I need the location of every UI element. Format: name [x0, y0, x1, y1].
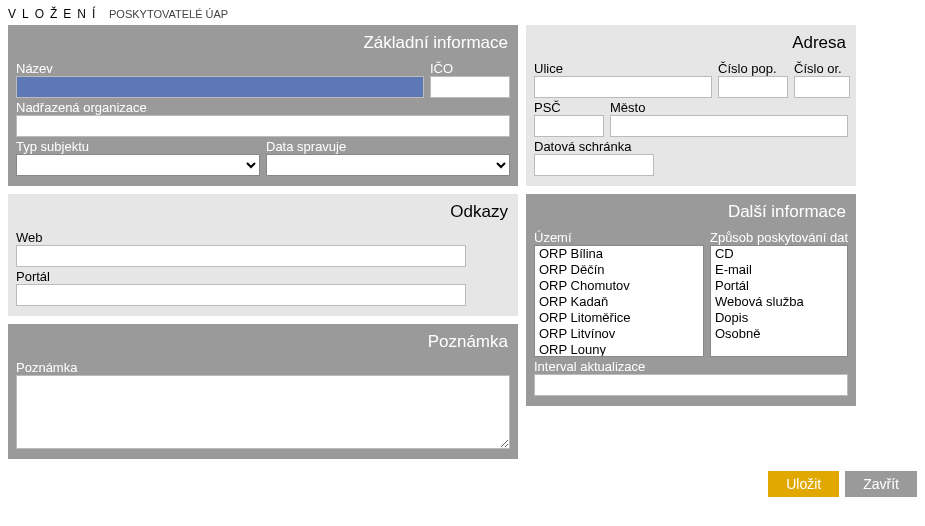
cor-label: Číslo or. [794, 59, 850, 76]
panel-dalsi: Další informace Území ORP BílinaORP Děčí… [526, 194, 856, 406]
list-item[interactable]: ORP Louny [535, 342, 703, 357]
uzemi-label: Území [534, 228, 704, 245]
interval-input[interactable] [534, 374, 848, 396]
list-item[interactable]: E-mail [711, 262, 847, 278]
nazev-input[interactable] [16, 76, 424, 98]
poznamka-textarea[interactable] [16, 375, 510, 449]
list-item[interactable]: ORP Děčín [535, 262, 703, 278]
web-input[interactable] [16, 245, 466, 267]
list-item[interactable]: ORP Kadaň [535, 294, 703, 310]
list-item[interactable]: ORP Bílina [535, 246, 703, 262]
panel-poznamka-title: Poznámka [16, 328, 510, 358]
psc-input[interactable] [534, 115, 604, 137]
uzemi-listbox[interactable]: ORP BílinaORP DěčínORP ChomutovORP Kadaň… [534, 245, 704, 357]
poznamka-label: Poznámka [16, 358, 510, 375]
header-subtitle: POSKYTOVATELÉ ÚAP [109, 8, 228, 20]
save-button[interactable]: Uložit [768, 471, 839, 497]
list-item[interactable]: ORP Litvínov [535, 326, 703, 342]
ulice-label: Ulice [534, 59, 712, 76]
header-vlozeni: VLOŽENÍ [8, 7, 101, 21]
panel-adresa-title: Adresa [534, 29, 848, 59]
list-item[interactable]: ORP Litoměřice [535, 310, 703, 326]
typ-subjektu-label: Typ subjektu [16, 137, 260, 154]
ds-label: Datová schránka [534, 137, 848, 154]
ds-input[interactable] [534, 154, 654, 176]
footer: Uložit Zavřít [0, 459, 925, 505]
panel-poznamka: Poznámka Poznámka [8, 324, 518, 459]
data-spravuje-select[interactable] [266, 154, 510, 176]
nazev-label: Název [16, 59, 424, 76]
ico-input[interactable] [430, 76, 510, 98]
nadrazena-label: Nadřazená organizace [16, 98, 510, 115]
list-item[interactable]: Dopis [711, 310, 847, 326]
cpop-input[interactable] [718, 76, 788, 98]
interval-label: Interval aktualizace [534, 357, 848, 374]
cor-input[interactable] [794, 76, 850, 98]
data-spravuje-label: Data spravuje [266, 137, 510, 154]
list-item[interactable]: CD [711, 246, 847, 262]
psc-label: PSČ [534, 98, 604, 115]
mesto-input[interactable] [610, 115, 848, 137]
mesto-label: Město [610, 98, 848, 115]
ulice-input[interactable] [534, 76, 712, 98]
panel-basic-info-title: Základní informace [16, 29, 510, 59]
zpusob-label: Způsob poskytování dat [710, 228, 848, 245]
panel-basic-info: Základní informace Název IČO Nadřazená o… [8, 25, 518, 186]
nadrazena-input[interactable] [16, 115, 510, 137]
list-item[interactable]: Portál [711, 278, 847, 294]
cpop-label: Číslo pop. [718, 59, 788, 76]
zpusob-listbox[interactable]: CDE-mailPortálWebová službaDopisOsobně [710, 245, 848, 357]
web-label: Web [16, 228, 510, 245]
list-item[interactable]: ORP Chomutov [535, 278, 703, 294]
portal-label: Portál [16, 267, 510, 284]
portal-input[interactable] [16, 284, 466, 306]
typ-subjektu-select[interactable] [16, 154, 260, 176]
list-item[interactable]: Osobně [711, 326, 847, 342]
close-button[interactable]: Zavřít [845, 471, 917, 497]
page-header: VLOŽENÍ POSKYTOVATELÉ ÚAP [0, 0, 925, 25]
ico-label: IČO [430, 59, 510, 76]
panel-odkazy-title: Odkazy [16, 198, 510, 228]
panel-dalsi-title: Další informace [534, 198, 848, 228]
panel-adresa: Adresa Ulice Číslo pop. Číslo or. PSČ [526, 25, 856, 186]
panel-odkazy: Odkazy Web Portál [8, 194, 518, 316]
list-item[interactable]: Webová služba [711, 294, 847, 310]
